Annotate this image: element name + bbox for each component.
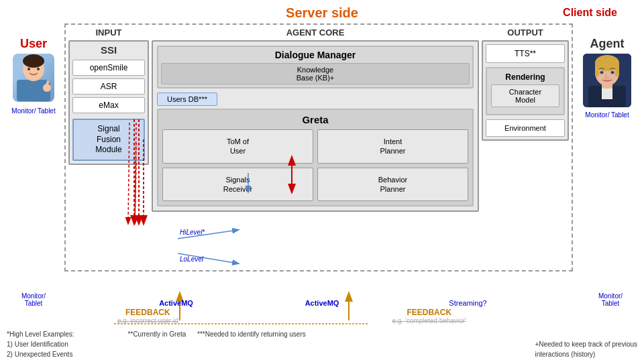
tom-of-user-box: ToM of User — [162, 129, 313, 164]
bottom-labels-row: Monitor/ Tablet ActiveMQ ActiveMQ Stream… — [7, 292, 637, 307]
greta-inner: ToM of User Signals Receiver Intent Plan… — [162, 129, 468, 201]
asr-item: ASR — [72, 78, 145, 95]
user-avatar — [13, 54, 54, 102]
feedback-labels: FEEDBACK e.g. incorrect user id FEEDBACK… — [117, 308, 466, 324]
behavior-planner-box: Behavior Planner — [317, 168, 468, 202]
svg-point-17 — [612, 72, 614, 74]
tts-box: TTS** — [486, 44, 565, 63]
svg-rect-12 — [595, 63, 599, 76]
ssi-title: SSI — [72, 44, 145, 56]
user-monitor-bottom: Monitor/ Tablet — [7, 292, 60, 307]
activemq-left: ActiveMQ — [146, 299, 207, 307]
agent-core-label: AGENT CORE — [152, 27, 479, 38]
footnotes-right: +Needed to keep track of previous intera… — [535, 329, 637, 359]
greta-right: Intent Planner Behavior Planner — [317, 129, 468, 201]
agent-label-right: Agent — [590, 37, 625, 51]
svg-rect-13 — [615, 63, 619, 76]
feedback-block-right: FEEDBACK e.g. 'completed behavior' — [392, 308, 466, 324]
rendering-title: Rendering — [491, 72, 559, 82]
emax-item: eMax — [72, 97, 145, 113]
char-model-box: Character Model — [491, 84, 559, 107]
users-db-box: Users DB*** — [157, 93, 217, 106]
svg-point-5 — [43, 84, 51, 92]
footnotes: *High Level Examples: 1) User Identifica… — [7, 329, 637, 359]
agent-monitor-tablet: Monitor/ Tablet — [585, 111, 629, 119]
kb-box: Knowledge Base (KB)+ — [161, 63, 470, 84]
svg-point-3 — [28, 68, 30, 70]
activemq-right: ActiveMQ — [292, 299, 352, 307]
rendering-box: Rendering Character Model — [486, 67, 565, 115]
footnotes-left: *High Level Examples: 1) User Identifica… — [7, 329, 74, 359]
user-column: User Monitor/ Tablet — [7, 37, 60, 115]
agent-core-column: AGENT CORE Dialogue Manager Knowledge Ba… — [152, 27, 479, 212]
greta-title: Greta — [162, 114, 468, 125]
signals-receiver-box: Signals Receiver — [162, 168, 313, 202]
svg-point-16 — [601, 72, 603, 74]
header: Server side Client side — [0, 0, 644, 23]
dm-title: Dialogue Manager — [161, 50, 470, 60]
greta-box: Greta ToM of User Signals Receiver Inten… — [157, 109, 474, 206]
environment-box: Environment — [486, 119, 565, 137]
opensmile-item: openSmile — [72, 60, 145, 76]
input-label: INPUT — [68, 27, 149, 38]
dialogue-manager-box: Dialogue Manager Knowledge Base (KB)+ — [157, 46, 474, 88]
greta-left: ToM of User Signals Receiver — [162, 129, 313, 201]
server-columns: INPUT SSI openSmile ASR eMax Signal Fusi… — [68, 27, 569, 212]
footnotes-middle: **Currently in Greta ***Needed to identi… — [128, 329, 306, 339]
output-label: OUTPUT — [482, 27, 569, 38]
user-label: User — [20, 37, 47, 51]
server-box: INPUT SSI openSmile ASR eMax Signal Fusi… — [64, 23, 573, 272]
feedback-block-left: FEEDBACK e.g. incorrect user id — [117, 308, 178, 324]
ssi-box: SSI openSmile ASR eMax Signal Fusion Mod… — [68, 40, 149, 165]
signal-fusion-box: Signal Fusion Module — [72, 119, 145, 161]
input-column: INPUT SSI openSmile ASR eMax Signal Fusi… — [68, 27, 149, 212]
agent-column: Agent — [577, 37, 637, 119]
intent-planner-box: Intent Planner — [317, 129, 468, 164]
agent-monitor-bottom: Monitor/ Tablet — [584, 292, 637, 307]
output-inner: TTS** Rendering Character Model Environm… — [482, 40, 569, 141]
svg-point-4 — [37, 68, 40, 70]
agent-core-inner: Dialogue Manager Knowledge Base (KB)+ Us… — [152, 40, 479, 212]
server-side-label: Server side — [286, 5, 358, 21]
agent-avatar — [583, 54, 631, 107]
streaming-label: Streaming? — [438, 299, 498, 307]
output-column: OUTPUT TTS** Rendering Character Model E… — [482, 27, 569, 212]
main-diagram: User Monitor/ Tablet — [0, 23, 644, 272]
client-side-label: Client side — [563, 7, 617, 19]
user-monitor-tablet: Monitor/ Tablet — [11, 107, 55, 115]
svg-point-2 — [23, 54, 44, 68]
